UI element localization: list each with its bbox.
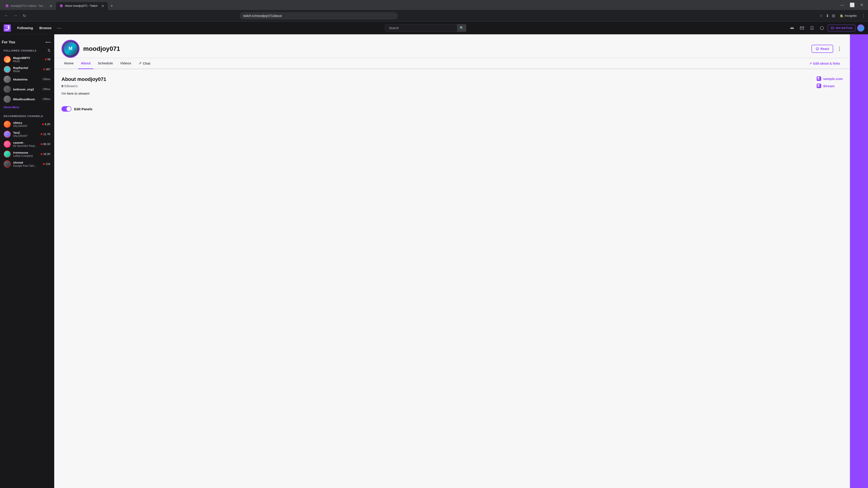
followers-label: followers <box>64 84 78 88</box>
browser-tab-2[interactable]: 🟣 About moodjoy071 - Twitch ✕ <box>56 2 108 10</box>
about-link-stream[interactable]: Stream <box>817 84 843 88</box>
channel-header: M moodjoy071 React ⋮ <box>54 34 850 58</box>
channel-more-button[interactable]: ⋮ <box>836 45 843 53</box>
channel-game-shroud: Escape from Tark... <box>13 164 41 167</box>
channel-item-betboom[interactable]: betboom_eng2 Offline <box>2 84 52 94</box>
channel-avatar-rayrachel <box>4 66 11 73</box>
channel-item-kkatamina[interactable]: kkatamina Offline <box>2 74 52 84</box>
incognito-icon: 🕵 <box>840 14 843 18</box>
live-indicator-caseoh <box>41 143 42 145</box>
svg-marker-2 <box>820 26 824 30</box>
live-indicator-shroud <box>43 163 45 165</box>
channel-nav: Home About Schedule Videos ↗ Chat ↗ Edit… <box>54 58 850 69</box>
maximize-button[interactable]: ⬜ <box>849 2 856 8</box>
channel-name-magic899tv: Magic899TV <box>13 56 42 60</box>
channel-viewers-caseoh: 60.1K <box>41 142 51 146</box>
channel-item-magic899tv[interactable]: Magic899TV Music 59 <box>2 55 52 64</box>
edit-panels-label: Edit Panels <box>74 107 92 111</box>
followers-number: 0 <box>61 84 63 88</box>
browse-nav-button[interactable]: Browse <box>37 24 54 32</box>
tab2-close-icon[interactable]: ✕ <box>101 4 104 8</box>
twitch-app: Following Browse ⋯ 🔍 <box>0 22 868 488</box>
channel-item-tenz[interactable]: TenZ VALORANT 11.7K <box>2 129 52 139</box>
browser-menu-icon[interactable]: ⋮ <box>861 13 865 18</box>
sort-channels-button[interactable]: ⇅ <box>48 48 51 53</box>
edit-panels-toggle[interactable] <box>61 106 71 111</box>
svg-rect-3 <box>831 27 834 29</box>
sidebar-collapse-button[interactable]: ⟵ <box>44 39 52 46</box>
nav-item-home[interactable]: Home <box>61 58 76 69</box>
search-button[interactable]: 🔍 <box>457 24 466 32</box>
recommended-channels-section: RECOMMENDED CHANNELS s0mcs VALORANT 8.2K <box>0 114 54 173</box>
channel-name-tenz: TenZ <box>13 131 38 134</box>
twitch-header: Following Browse ⋯ 🔍 <box>0 22 868 34</box>
channel-item-rayrachel[interactable]: RayRachel Music 367 <box>2 64 52 74</box>
minimize-button[interactable]: — <box>839 2 845 8</box>
sidebar: For You ⟵ FOLLOWED CHANNELS ⇅ Magic899TV… <box>0 34 54 488</box>
search-wrapper: 🔍 <box>385 24 466 32</box>
tab1-close-icon[interactable]: ✕ <box>50 4 53 8</box>
gems-icon-button[interactable] <box>818 24 826 32</box>
tab2-favicon: 🟣 <box>60 4 63 7</box>
react-label: React <box>820 47 829 51</box>
address-input[interactable] <box>240 12 398 20</box>
browser-tab-1[interactable]: 🟣 moodjoy071's Videos - Twitch ✕ <box>2 2 56 10</box>
edit-about-button[interactable]: ↗ Edit about & links <box>807 60 843 67</box>
channel-info-caseoh: caseoh_ 60 Seconds! Reat... <box>13 141 38 148</box>
nav-item-schedule[interactable]: Schedule <box>95 58 116 69</box>
incognito-button[interactable]: 🕵 Incognito <box>838 13 859 18</box>
channel-item-s0mcs[interactable]: s0mcs VALORANT 8.2K <box>2 119 52 129</box>
channel-game-caseoh: 60 Seconds! Reat... <box>13 144 38 148</box>
chat-external-icon: ↗ <box>138 61 142 65</box>
nav-more-button[interactable]: ⋯ <box>55 24 63 33</box>
bookmark-icon[interactable]: ☆ <box>819 13 823 18</box>
channel-game-s0mcs: VALORANT <box>13 125 40 128</box>
channel-info-betboom: betboom_eng2 <box>13 88 40 91</box>
svg-point-9 <box>817 48 818 49</box>
about-title: About moodjoy071 <box>61 76 106 82</box>
channel-avatar-betboom <box>4 86 11 93</box>
user-avatar[interactable] <box>857 24 864 32</box>
profile-switch-icon[interactable]: ⊞ <box>832 13 835 18</box>
channel-info-rayrachel: RayRachel Music <box>13 66 41 73</box>
channel-status-betboom: Offline <box>43 88 51 91</box>
about-bio: I'm here to stream! <box>61 92 106 95</box>
channel-item-shroud[interactable]: shroud Escape from Tark... 11K <box>2 159 52 169</box>
window-controls: — ⬜ ✕ <box>839 2 866 10</box>
following-nav-button[interactable]: Following <box>14 24 36 32</box>
channel-name-shroud: shroud <box>13 161 41 164</box>
sidebar-for-you: For You ⟵ <box>0 38 54 47</box>
crown-icon <box>790 26 794 30</box>
show-more-button[interactable]: Show More <box>2 104 52 110</box>
crown-icon-button[interactable] <box>788 24 796 32</box>
about-link-sample[interactable]: sample.com <box>817 76 843 81</box>
forward-button[interactable]: → <box>12 12 19 20</box>
get-ad-free-button[interactable]: Get Ad-Free <box>828 25 855 31</box>
close-button[interactable]: ✕ <box>859 2 864 8</box>
back-button[interactable]: ← <box>3 12 10 20</box>
nav-item-chat[interactable]: ↗ Chat <box>136 58 153 69</box>
toggle-knob <box>66 107 71 111</box>
channel-item-mikarosemusic[interactable]: MikaRoseMusic Offline <box>2 94 52 104</box>
channel-viewers-tenz: 11.7K <box>41 133 51 136</box>
channel-avatar-tenz <box>4 131 11 138</box>
bookmark-nav-icon <box>810 26 814 30</box>
channel-item-ironmouse[interactable]: ironmouse Lethal Company 16.2K <box>2 149 52 159</box>
react-button[interactable]: React <box>811 45 833 53</box>
channel-item-caseoh[interactable]: caseoh_ 60 Seconds! Reat... 60.1K <box>2 139 52 149</box>
new-tab-button[interactable]: + <box>109 2 115 9</box>
nav-item-about[interactable]: About <box>78 58 93 69</box>
reload-button[interactable]: ↻ <box>21 12 28 20</box>
channel-viewers-ironmouse: 16.2K <box>41 153 51 156</box>
channel-info-shroud: shroud Escape from Tark... <box>13 161 41 167</box>
channel-name-s0mcs: s0mcs <box>13 121 40 125</box>
mail-icon-button[interactable] <box>798 24 806 32</box>
download-icon[interactable]: ⬇ <box>826 13 829 18</box>
search-input[interactable] <box>385 24 466 32</box>
recommended-channels-header: RECOMMENDED CHANNELS <box>2 114 52 119</box>
bookmark-icon-button[interactable] <box>808 24 816 32</box>
tab1-title: moodjoy071's Videos - Twitch <box>11 4 46 7</box>
nav-item-videos[interactable]: Videos <box>118 58 134 69</box>
channel-game-tenz: VALORANT <box>13 134 38 138</box>
channel-avatar-kkatamina <box>4 76 11 83</box>
